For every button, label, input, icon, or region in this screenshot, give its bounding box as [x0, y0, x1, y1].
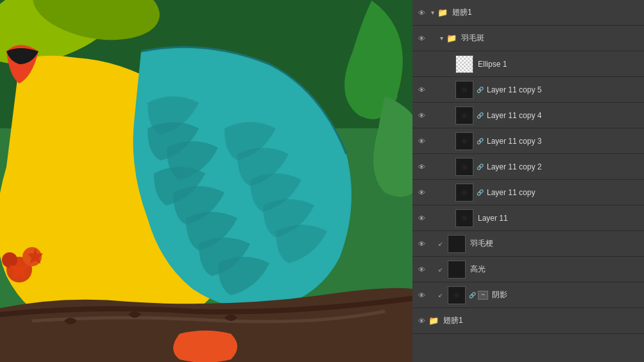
layer-row-group-wing1[interactable]: 👁▾📁翅膀1 [412, 0, 644, 26]
layer-thumbnail [455, 55, 473, 73]
clamp-icon: ↙ [437, 291, 445, 299]
layer-name: Layer 11 copy 3 [487, 137, 641, 146]
layer-name: Ellipse 1 [478, 60, 641, 69]
link-icon: 🔗 [475, 85, 484, 94]
layer-row-layer11[interactable]: 👁Layer 11 [412, 205, 644, 231]
layer-row-layer11copy5[interactable]: 👁🔗Layer 11 copy 5 [412, 77, 644, 103]
visibility-icon[interactable]: 👁 [415, 83, 428, 96]
layer-name: 羽毛斑 [461, 33, 641, 44]
layer-name: 羽毛梗 [470, 238, 641, 249]
link-icon: 🔗 [475, 137, 484, 146]
layer-name: Layer 11 copy 4 [487, 111, 641, 120]
link-icon: 🔗 [475, 111, 484, 120]
visibility-icon[interactable]: 👁 [415, 315, 428, 327]
layer-thumbnail [448, 286, 466, 304]
layer-thumbnail [455, 158, 473, 176]
layer-row-ellipse1[interactable]: Ellipse 1 [412, 51, 644, 77]
folder-icon: 📁 [437, 7, 448, 19]
tilde-icon: ~ [478, 291, 488, 300]
visibility-icon[interactable]: 👁 [415, 289, 428, 302]
visibility-icon[interactable]: 👁 [415, 32, 428, 45]
layer-name: Layer 11 [478, 214, 641, 223]
visibility-icon[interactable]: 👁 [415, 212, 428, 225]
layer-group-icon: 📁 [428, 315, 439, 327]
layer-thumbnail [455, 184, 473, 202]
layer-thumbnail [455, 132, 473, 150]
link-icon: 🔗 [468, 291, 477, 300]
link-icon: 🔗 [475, 188, 484, 197]
layer-row-shadow[interactable]: 👁↙🔗~阴影 [412, 282, 644, 308]
layer-name: Layer 11 copy 5 [487, 85, 641, 94]
visibility-icon[interactable]: 👁 [415, 263, 428, 276]
layer-name: 翅膀1 [443, 315, 641, 326]
clamp-icon: ↙ [437, 240, 445, 248]
visibility-icon[interactable]: 👁 [415, 109, 428, 122]
layer-row-feather-stem[interactable]: 👁↙羽毛梗 [412, 231, 644, 257]
layer-row-group-feather-spot[interactable]: 👁▾📁羽毛斑 [412, 26, 644, 51]
expand-arrow-icon[interactable]: ▾ [437, 34, 446, 43]
svg-point-6 [2, 252, 17, 268]
link-icon: 🔗 [475, 162, 484, 171]
layer-row-layer11copy4[interactable]: 👁🔗Layer 11 copy 4 [412, 103, 644, 128]
folder-icon: 📁 [446, 33, 457, 44]
visibility-icon[interactable]: 👁 [415, 160, 428, 173]
layer-row-layer11copy3[interactable]: 👁🔗Layer 11 copy 3 [412, 128, 644, 154]
layer-row-highlight[interactable]: 👁↙高光 [412, 257, 644, 282]
layer-name: Layer 11 copy 2 [487, 162, 641, 171]
visibility-icon[interactable] [415, 58, 428, 71]
expand-arrow-icon[interactable]: ▾ [428, 8, 437, 17]
layer-thumbnail [455, 81, 473, 99]
canvas-area: #28acac [0, 0, 412, 362]
layer-thumbnail [455, 209, 473, 227]
layer-thumbnail [448, 261, 466, 279]
layer-row-layer11copy2[interactable]: 👁🔗Layer 11 copy 2 [412, 154, 644, 180]
visibility-icon[interactable]: 👁 [415, 6, 428, 19]
layer-name: 高光 [470, 264, 641, 275]
layer-row-layer11copy[interactable]: 👁🔗Layer 11 copy [412, 180, 644, 205]
layers-panel: 👁▾📁翅膀1👁▾📁羽毛斑 Ellipse 1👁🔗Layer 11 copy 5👁… [412, 0, 644, 362]
layer-name: Layer 11 copy [487, 188, 641, 197]
layer-thumbnail [448, 235, 466, 253]
clamp-icon: ↙ [437, 266, 445, 273]
visibility-icon[interactable]: 👁 [415, 135, 428, 148]
layer-row-wing1-layer[interactable]: 👁📁翅膀1 [412, 308, 644, 334]
layer-name: 阴影 [492, 289, 641, 300]
visibility-icon[interactable]: 👁 [415, 186, 428, 199]
layer-thumbnail [455, 107, 473, 125]
visibility-icon[interactable]: 👁 [415, 237, 428, 250]
layer-name: 翅膀1 [452, 7, 641, 18]
svg-text:#28acac: #28acac [192, 79, 241, 92]
